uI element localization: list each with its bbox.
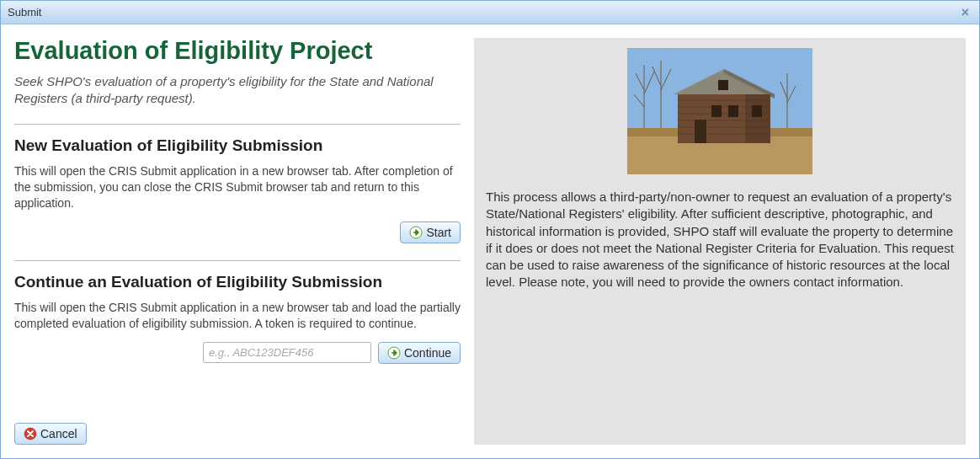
photo-container [486,48,954,177]
close-icon[interactable]: × [958,5,972,20]
footer-actions: Cancel [14,414,461,445]
cancel-button-label: Cancel [40,427,77,440]
divider [14,260,461,261]
continue-button[interactable]: Continue [378,342,461,364]
left-column: Evaluation of Eligibility Project Seek S… [14,38,461,445]
window-title: Submit [8,6,41,19]
right-column: This process allows a third-party/non-ow… [474,38,966,445]
svg-rect-28 [728,105,738,117]
arrow-right-icon [387,346,401,360]
description-text: This process allows a third-party/non-ow… [486,189,954,291]
continue-button-label: Continue [404,346,451,360]
start-button[interactable]: Start [400,221,461,243]
start-button-label: Start [426,226,451,239]
svg-rect-19 [745,94,770,143]
page-subtitle: Seek SHPO's evaluation of a property's e… [14,73,461,108]
property-photo [627,48,812,174]
cancel-button[interactable]: Cancel [14,423,87,445]
cancel-icon [24,427,37,440]
svg-rect-30 [718,80,728,90]
content-area: Evaluation of Eligibility Project Seek S… [1,24,979,458]
token-input[interactable] [203,342,371,363]
continue-submission-actions: Continue [14,342,461,364]
continue-submission-heading: Continue an Evaluation of Eligibility Su… [14,273,461,291]
divider [14,124,461,125]
page-title: Evaluation of Eligibility Project [14,38,461,65]
titlebar: Submit × [1,1,979,24]
submit-dialog: Submit × Evaluation of Eligibility Proje… [0,0,980,459]
svg-rect-27 [711,105,722,117]
new-submission-actions: Start [14,221,461,243]
arrow-right-icon [409,226,423,239]
continue-submission-text: This will open the CRIS Submit applicati… [14,300,461,332]
svg-rect-29 [752,105,762,117]
new-submission-heading: New Evaluation of Eligibility Submission [14,136,461,155]
new-submission-text: This will open the CRIS Submit applicati… [14,163,461,211]
svg-rect-26 [695,120,706,143]
